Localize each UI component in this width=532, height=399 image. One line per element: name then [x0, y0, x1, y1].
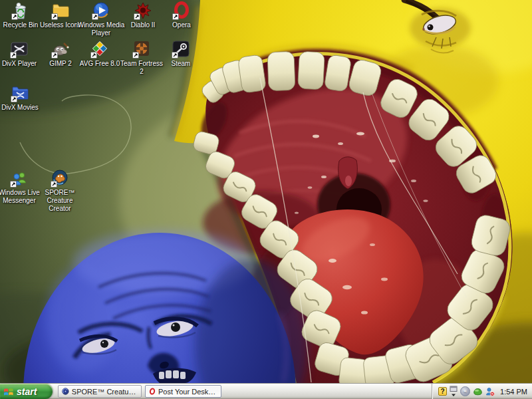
avg-status-icon[interactable] — [473, 387, 483, 396]
start-button[interactable]: start — [0, 384, 53, 399]
diablo-icon — [134, 1, 152, 20]
start-label: start — [17, 386, 37, 397]
tray-clock[interactable]: 1:54 PM — [500, 388, 527, 396]
desktop-icon-spore-creature-creator[interactable]: SPORE™ Creature Creator — [36, 169, 84, 212]
spore-icon — [51, 169, 69, 188]
icon-label: AVG Free 8.0 — [76, 60, 124, 68]
opera-window-icon — [149, 387, 156, 396]
tf2-icon — [132, 40, 151, 59]
spore-window-icon — [62, 387, 69, 396]
divx-movies-folder-icon — [11, 84, 29, 102]
media-player-icon — [92, 1, 110, 20]
help-question-icon[interactable]: ? — [438, 387, 447, 396]
messenger-offline-icon[interactable] — [485, 387, 495, 396]
taskbar-button-post-your-desktop[interactable]: Post Your Desktop Th... — [145, 385, 221, 398]
icon-label: Opera — [158, 21, 205, 29]
desktop-icon-opera[interactable]: Opera — [158, 1, 205, 29]
divx-player-icon — [10, 40, 29, 59]
recycle-bin-icon — [11, 1, 30, 20]
icon-label: Steam — [157, 60, 205, 68]
desktop-icon-divx-movies[interactable]: DivX Movies — [0, 84, 44, 112]
messenger-buddies-icon — [10, 169, 29, 188]
gimp-icon — [51, 40, 70, 59]
show-hidden-icons-chevron[interactable]: « — [460, 386, 470, 396]
icon-label: Windows Media Player — [77, 21, 125, 37]
taskbar-button-label: Post Your Desktop Th... — [158, 388, 217, 396]
desktop-icon-avg-free[interactable]: AVG Free 8.0 — [76, 40, 124, 68]
taskbar-button-spore[interactable]: SPORE™ Creature Cr... — [58, 385, 142, 398]
desktop-icon-steam[interactable]: Steam — [157, 40, 205, 68]
folder-icon — [51, 1, 70, 20]
system-tray: ? « 1:54 PM — [432, 384, 532, 399]
desktop-icon-windows-media-player[interactable]: Windows Media Player — [77, 1, 125, 37]
steam-icon — [172, 40, 190, 59]
avg-icon — [90, 40, 109, 59]
icon-label: SPORE™ Creature Creator — [36, 189, 84, 212]
opera-icon — [172, 1, 191, 20]
safely-remove-hardware-icon[interactable] — [450, 386, 458, 397]
taskbar: start SPORE™ Creature Cr... Post Your De… — [0, 383, 532, 399]
icon-label: DivX Movies — [0, 104, 44, 112]
taskbar-button-label: SPORE™ Creature Cr... — [72, 388, 138, 396]
windows-xp-desktop: { "desktop": { "icons": [ {"id":"recycle… — [0, 0, 532, 399]
windows-flag-icon — [3, 387, 14, 396]
